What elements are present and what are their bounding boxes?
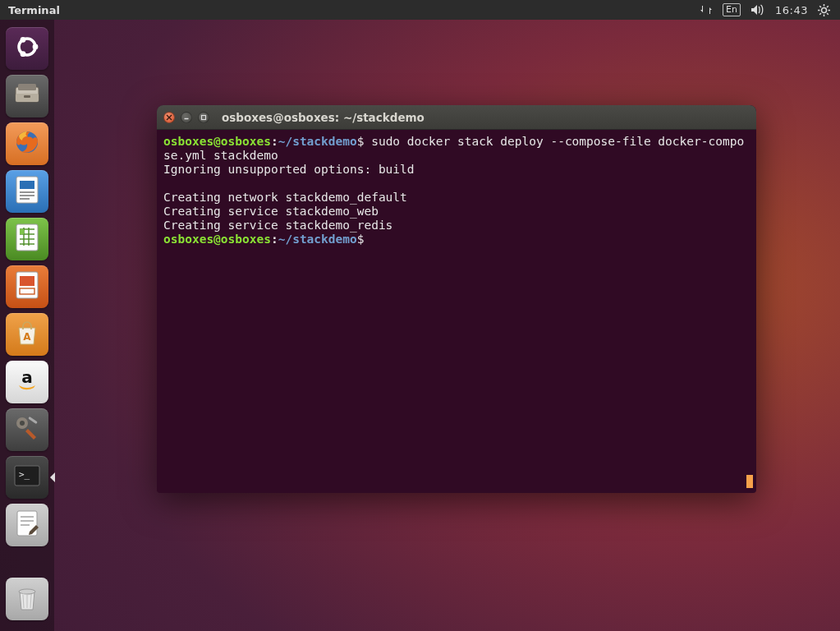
firefox-icon [12,127,42,160]
launcher-item-trash[interactable] [6,578,48,620]
prompt-colon: : [271,135,278,148]
prompt-at: @ [213,135,221,148]
amazon-icon: a [14,367,40,397]
text-editor-icon [15,509,39,541]
svg-rect-16 [24,95,30,98]
calc-icon [15,223,39,256]
command-text-2 [364,233,371,246]
svg-rect-50 [202,115,206,119]
keyboard-language-indicator[interactable]: En [723,3,741,16]
launcher-item-impress[interactable] [6,265,48,308]
terminal-cursor [746,475,753,488]
prompt-at-2: @ [213,233,221,246]
prompt-path-2: ~/stackdemo [278,233,357,246]
svg-rect-30 [20,229,24,234]
svg-line-7 [827,6,829,7]
svg-text:a: a [21,367,33,387]
launcher-item-terminal[interactable]: >_ [6,456,48,499]
prompt-path: ~/stackdemo [278,135,357,148]
svg-line-5 [819,6,821,7]
svg-rect-23 [16,224,38,251]
window-titlebar[interactable]: osboxes@osboxes: ~/stackdemo [157,105,756,130]
clock[interactable]: 16:43 [775,4,808,16]
launcher-item-settings[interactable] [6,408,48,451]
output-line-4: Creating service stackdemo_redis [163,219,392,232]
launcher-item-calc[interactable] [6,218,48,260]
launcher-item-texteditor[interactable] [6,504,48,546]
trash-icon [15,583,39,615]
terminal-window: osboxes@osboxes: ~/stackdemo osboxes@osb… [157,105,756,493]
svg-line-8 [819,13,821,15]
launcher-item-amazon[interactable]: a [6,361,48,403]
terminal-icon: >_ [13,464,41,491]
writer-icon [15,175,39,208]
svg-rect-32 [20,276,34,286]
launcher-item-dash[interactable] [6,27,48,70]
impress-icon [15,270,39,303]
files-icon [13,82,41,110]
svg-rect-14 [18,84,36,90]
svg-text:A: A [23,331,31,343]
svg-line-6 [827,13,829,15]
prompt-host-2: osboxes [221,233,271,246]
prompt-colon-2: : [271,233,278,246]
prompt-user-2: osboxes [163,233,213,246]
window-close-button[interactable] [163,112,175,123]
window-minimize-button[interactable] [181,112,192,123]
network-icon[interactable] [700,4,713,16]
svg-point-12 [21,51,26,57]
svg-text:>_: >_ [19,469,30,480]
gear-icon[interactable] [818,4,830,16]
prompt-user: osboxes [163,135,213,148]
output-line-2: Creating network stackdemo_default [163,191,407,204]
terminal-body[interactable]: osboxes@osboxes:~/stackdemo$ sudo docker… [157,130,756,493]
window-maximize-button[interactable] [198,112,209,123]
prompt-host: osboxes [221,135,271,148]
svg-point-11 [21,37,26,43]
shopping-bag-icon: A [15,320,39,349]
svg-point-0 [822,7,827,12]
window-title: osboxes@osboxes: ~/stackdemo [222,111,425,124]
launcher: A a >_ [0,20,54,631]
volume-icon[interactable] [750,4,765,16]
launcher-item-files[interactable] [6,75,48,117]
active-app-title: Terminal [8,4,60,16]
output-line-0: Ignoring unsupported options: build [163,163,415,176]
top-panel: Terminal En 16:43 [0,0,840,20]
output-line-3: Creating service stackdemo_web [163,205,379,218]
ubuntu-logo-icon [13,33,41,64]
launcher-item-writer[interactable] [6,170,48,213]
svg-rect-38 [28,417,38,424]
launcher-item-software[interactable]: A [6,313,48,356]
svg-rect-19 [20,181,34,189]
wrench-gear-icon [13,414,41,445]
launcher-item-firefox[interactable] [6,122,48,165]
svg-point-10 [33,44,39,50]
svg-point-37 [20,421,25,426]
